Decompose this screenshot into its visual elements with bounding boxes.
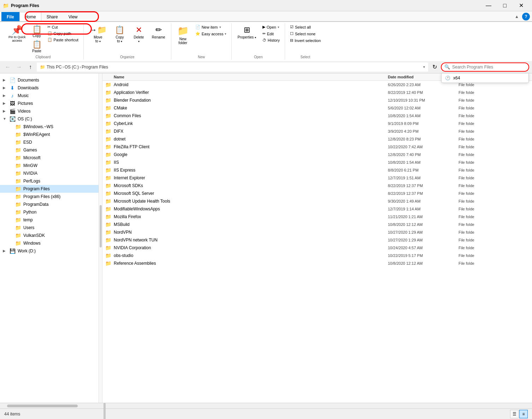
refresh-button[interactable]: ↻ (430, 62, 439, 72)
move-to-button[interactable]: →📁 Moveto ▾ (87, 24, 110, 44)
nav-label-music: Music (18, 93, 29, 98)
file-item-20[interactable]: 📁 NordVPN network TUN 10/27/2020 1:29 AM… (102, 236, 532, 244)
sidebar-item-microsoft[interactable]: 📁 Microsoft (0, 154, 99, 162)
breadcrumb-dropdown-arrow[interactable]: ▾ (423, 65, 425, 69)
cut-button[interactable]: ✂ Cut (45, 24, 81, 30)
open-button[interactable]: ▶ Open ▾ (260, 24, 282, 30)
file-item-13[interactable]: 📁 Microsoft SDKs 8/22/2019 12:37 PM File… (102, 182, 532, 190)
sidebar-item-winreagent[interactable]: 📁 $WinREAgent (0, 131, 99, 138)
rename-button[interactable]: ✏ Rename (149, 24, 168, 41)
sidebar-item-work-d[interactable]: ▶ 💾 Work (D:) (0, 247, 99, 255)
back-button[interactable]: ← (3, 62, 13, 72)
file-type-21: File folde (459, 246, 501, 250)
sidebar-item-mingw[interactable]: 📁 MinGW (0, 162, 99, 169)
file-item-4[interactable]: 📁 Common Files 10/8/2020 1:54 AM File fo… (102, 112, 532, 120)
maximize-button[interactable]: □ (497, 0, 513, 11)
file-item-11[interactable]: 📁 IIS Express 8/8/2020 6:21 PM File fold… (102, 166, 532, 174)
new-item-button[interactable]: 📄 New item ▾ (193, 24, 229, 30)
file-item-19[interactable]: 📁 NordVPN 10/27/2020 1:29 AM File folde (102, 228, 532, 236)
file-item-21[interactable]: 📁 NVIDIA Corporation 10/24/2020 4:57 AM … (102, 244, 532, 252)
copy-label: Copy (32, 34, 41, 38)
select-none-button[interactable]: ☐ Select none (288, 31, 323, 37)
file-item-14[interactable]: 📁 Microsoft SQL Server 8/22/2019 12:37 P… (102, 190, 532, 197)
paste-shortcut-button[interactable]: 📋 Paste shortcut (45, 37, 81, 43)
sidebar-item-pictures[interactable]: ▶ 🖼 Pictures (0, 100, 99, 107)
sidebar-item-esd[interactable]: 📁 ESD (0, 138, 99, 146)
col-name-header[interactable]: Name (105, 75, 388, 79)
sidebar-item-perflogs[interactable]: 📁 PerfLogs (0, 177, 99, 185)
edit-button[interactable]: ✏ Edit (260, 31, 282, 37)
tab-share[interactable]: Share (41, 12, 63, 21)
nav-scrollbar[interactable] (99, 73, 102, 403)
copy-button[interactable]: 📋 Copy (30, 24, 44, 38)
copy-path-button[interactable]: 📋 Copy path (45, 30, 81, 36)
properties-button[interactable]: ⊞ Properties ▾ (235, 24, 259, 41)
recent-search-item[interactable]: 🕐 x64 (442, 73, 528, 83)
delete-button[interactable]: ✕ Delete▾ (130, 24, 148, 44)
new-item-label: New item (202, 25, 218, 29)
breadcrumb[interactable]: 📁 This PC › OS (C:) › Program Files ▾ (37, 62, 428, 72)
collapse-ribbon-button[interactable]: ▲ (513, 13, 521, 20)
sidebar-item-windows[interactable]: 📁 Windows (0, 239, 99, 247)
breadcrumb-sep-1: › (63, 65, 64, 70)
file-item-23[interactable]: 📁 Reference Assemblies 10/8/2020 12:12 A… (102, 259, 532, 267)
sidebar-item-music[interactable]: ▶ ♪ Music (0, 92, 99, 100)
organize-group-label: Organize (120, 54, 135, 59)
file-item-22[interactable]: 📁 obs-studio 10/22/2019 5:17 PM File fol… (102, 252, 532, 259)
h-scroll-bar[interactable] (0, 403, 532, 408)
sidebar-item-program-files-x86[interactable]: 📁 Program Files (x86) (0, 193, 99, 200)
file-item-15[interactable]: 📁 Microsoft Update Health Tools 9/30/202… (102, 197, 532, 205)
file-item-2[interactable]: 📁 Blender Foundation 12/10/2019 10:31 PM… (102, 96, 532, 104)
sidebar-item-videos[interactable]: ▶ 🎬 Videos (0, 107, 99, 115)
sidebar-item-os-c[interactable]: ▼ 💽 OS (C:) (0, 115, 99, 123)
pin-to-quick-access-button[interactable]: 📌 Pin to Quickaccess (6, 24, 29, 44)
file-item-5[interactable]: 📁 CyberLink 9/1/2019 8:09 PM File folde (102, 120, 532, 127)
file-item-16[interactable]: 📁 ModifiableWindowsApps 12/7/2019 1:14 A… (102, 205, 532, 213)
sidebar-item-documents[interactable]: ▶ 📄 Documents (0, 76, 99, 84)
copy-to-button[interactable]: 📋 Copyto ▾ (111, 24, 129, 44)
file-item-1[interactable]: 📁 Application Verifier 8/22/2019 12:40 P… (102, 89, 532, 96)
easy-access-button[interactable]: ⭐ Easy access ▾ (193, 31, 229, 37)
sidebar-item-python[interactable]: 📁 Python (0, 208, 99, 216)
file-item-3[interactable]: 📁 CMake 5/6/2020 12:02 AM File folde (102, 104, 532, 112)
history-button[interactable]: ⏱ History (260, 37, 282, 43)
forward-button[interactable]: → (14, 62, 24, 72)
search-input[interactable] (452, 65, 526, 70)
file-item-18[interactable]: 📁 MSBuild 10/8/2020 12:12 AM File folde (102, 221, 532, 228)
minimize-button[interactable]: — (480, 0, 497, 11)
view-details-button[interactable]: ≡ (519, 410, 528, 418)
sidebar-item-temp[interactable]: 📁 temp (0, 216, 99, 224)
sidebar-item-nvidia[interactable]: 📁 NVIDIA (0, 169, 99, 177)
tab-home[interactable]: Home (19, 12, 41, 21)
file-date-22: 10/22/2019 5:17 PM (388, 253, 459, 258)
file-item-8[interactable]: 📁 FileZilla FTP Client 10/22/2020 7:42 A… (102, 143, 532, 151)
file-item-10[interactable]: 📁 IIS 10/8/2020 1:54 AM File folde (102, 158, 532, 166)
new-folder-button[interactable]: 📁 Newfolder (174, 24, 192, 46)
file-item-6[interactable]: 📁 DIFX 3/9/2020 4:20 PM File folde (102, 127, 532, 135)
file-item-12[interactable]: 📁 Internet Explorer 12/7/2019 1:51 AM Fi… (102, 174, 532, 182)
sidebar-item-games[interactable]: 📁 Games (0, 146, 99, 154)
tab-view[interactable]: View (63, 12, 83, 21)
sidebar-item-programdata[interactable]: 📁 ProgramData (0, 200, 99, 208)
close-button[interactable]: ✕ (513, 0, 529, 11)
view-list-button[interactable]: ☰ (510, 410, 519, 418)
sidebar-item-windows-ws[interactable]: 📁 $Windows.~WS (0, 123, 99, 131)
ribbon-content: 📌 Pin to Quickaccess 📋 Copy (0, 22, 532, 61)
select-all-button[interactable]: ☑ Select all (288, 24, 323, 30)
sidebar-item-program-files[interactable]: 📁 Program Files (0, 185, 99, 193)
nav-icon-pictures: 🖼 (9, 101, 16, 106)
file-item-9[interactable]: 📁 Google 12/8/2020 7:40 PM File folde (102, 151, 532, 158)
nav-label-users: Users (23, 225, 34, 230)
sidebar-item-downloads[interactable]: ▶ ⬇ Downloads (0, 84, 99, 92)
up-button[interactable]: ↑ (25, 62, 35, 72)
help-button[interactable]: ? (522, 13, 530, 20)
file-item-17[interactable]: 📁 Mozilla Firefox 11/21/2020 1:21 AM Fil… (102, 213, 532, 221)
invert-selection-button[interactable]: ⊟ Invert selection (288, 37, 323, 43)
cut-icon: ✂ (47, 25, 51, 29)
paste-button[interactable]: 📋 Paste (30, 39, 44, 54)
sidebar-item-vulkansdk[interactable]: 📁 VulkanSDK (0, 232, 99, 239)
tab-file[interactable]: File (1, 12, 19, 21)
file-item-7[interactable]: 📁 dotnet 12/8/2020 8:23 PM File folde (102, 135, 532, 143)
nav-icon-program-files: 📁 (15, 186, 21, 192)
sidebar-item-users[interactable]: 📁 Users (0, 224, 99, 232)
